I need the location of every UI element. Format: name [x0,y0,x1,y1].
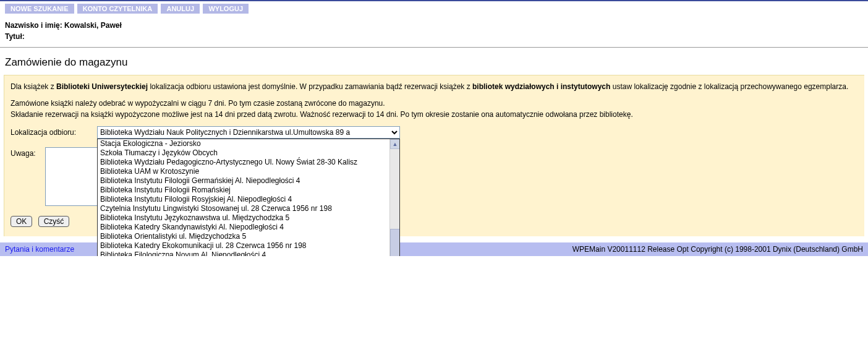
account-button[interactable]: KONTO CZYTELNIKA [77,4,158,14]
location-select[interactable]: Biblioteka Wydziału Nauk Politycznych i … [97,126,400,139]
dropdown-option[interactable]: Biblioteka Katedry Skandynawistyki Al. N… [98,223,399,232]
dropdown-option[interactable]: Czytelnia Instytutu Lingwistyki Stosowan… [98,204,399,213]
location-label: Lokalizacja odbioru: [11,126,97,138]
info-paragraph-2: Zamówione książki należy odebrać w wypoż… [11,98,858,109]
dropdown-option[interactable]: Szkoła Tłumaczy i Języków Obcych [98,148,399,158]
dropdown-option[interactable]: Biblioteka Katedry Ekokomunikacji ul. 28… [98,241,399,251]
page-title: Zamówienie do magazynu [0,50,868,71]
dropdown-option[interactable]: Stacja Ekologiczna - Jeziorsko [98,139,399,148]
dropdown-option[interactable]: Biblioteka UAM w Krotoszynie [98,167,399,176]
text: Dla książek z [11,82,56,91]
dropdown-option[interactable]: Biblioteka Filologiczna Novum Al. Niepod… [98,251,399,255]
copyright-text: WPEMain V20011112 Release Opt Copyright … [572,245,863,254]
user-info: Nazwisko i imię: Kowalski, Paweł Tytuł: [0,15,868,45]
info-paragraph-1: Dla książek z Biblioteki Uniwersyteckiej… [11,82,858,92]
location-dropdown-list[interactable]: Stacja Ekologiczna - JeziorskoSzkoła Tłu… [97,139,400,255]
logout-button[interactable]: WYLOGUJ [203,4,249,14]
questions-comments-link[interactable]: Pytania i komentarze [5,245,74,254]
info-paragraph-3: Składanie rezerwacji na książki wypożycz… [11,109,858,120]
clear-button[interactable]: Czyść [38,216,70,227]
text-bold: bibliotek wydziałowych i instytutowych [472,82,610,91]
divider [0,47,868,48]
dropdown-option[interactable]: Biblioteka Instytutu Filologii Romańskie… [98,186,399,195]
dropdown-option[interactable]: Biblioteka Wydziału Pedagogiczno-Artysty… [98,158,399,167]
text-bold: Biblioteki Uniwersyteckiej [56,82,148,91]
dropdown-option[interactable]: Biblioteka Instytutu Językoznawstwa ul. … [98,213,399,223]
cancel-button[interactable]: ANULUJ [161,4,200,14]
ok-button[interactable]: OK [11,216,32,227]
text: lokalizacja odbioru ustawiona jest domyś… [148,82,472,91]
dropdown-option[interactable]: Biblioteka Instytutu Filologii Rosyjskie… [98,195,399,204]
dropdown-option[interactable]: Biblioteka Instytutu Filologii Germański… [98,176,399,186]
dropdown-option[interactable]: Biblioteka Orientalistyki ul. Międzychod… [98,232,399,241]
user-name-label: Nazwisko i imię: [5,21,62,30]
note-label: Uwaga: [11,147,45,159]
text: ustaw lokalizację zgodnie z lokalizacją … [610,82,848,91]
scroll-up-arrow-icon[interactable]: ▲ [390,139,400,149]
new-search-button[interactable]: NOWE SZUKANIE [5,4,74,14]
order-panel: Dla książek z Biblioteki Uniwersyteckiej… [4,75,864,236]
title-label: Tytuł: [5,32,25,41]
top-toolbar: NOWE SZUKANIE KONTO CZYTELNIKA ANULUJ WY… [0,2,868,15]
user-name-value: Kowalski, Paweł [64,21,122,30]
note-textarea[interactable] [45,147,101,206]
top-divider [0,0,868,1]
scroll-thumb[interactable] [390,229,400,255]
dropdown-scrollbar[interactable]: ▲ ▼ [389,139,399,255]
